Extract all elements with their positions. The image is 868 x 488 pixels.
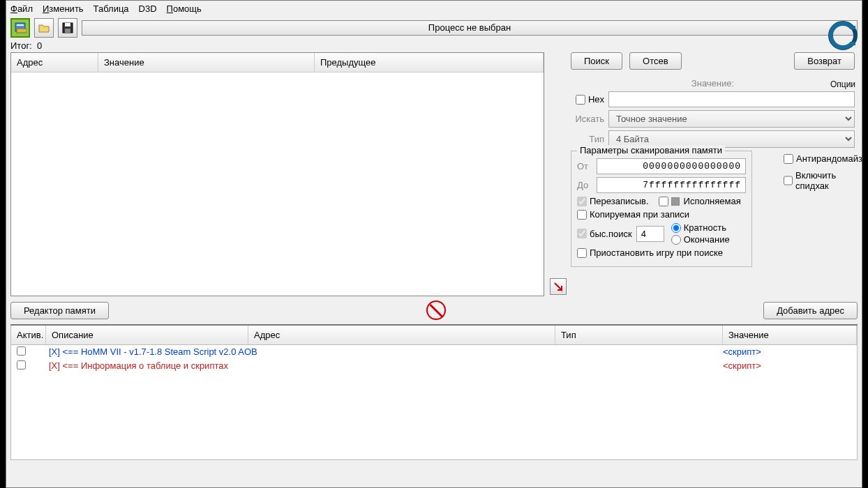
open-button[interactable] [34, 18, 54, 38]
speedhack-checkbox[interactable] [784, 176, 793, 185]
ct-col-active[interactable]: Актив. [11, 326, 46, 344]
menu-file[interactable]: Файл [10, 3, 33, 14]
toolbar: Процесс не выбран [6, 17, 862, 39]
add-to-list-button[interactable] [550, 278, 567, 295]
menu-d3d[interactable]: D3D [139, 3, 157, 14]
row-desc[interactable]: [X] <== HoMM VII - v1.7-1.8 Steam Script… [46, 346, 555, 358]
row-value[interactable]: <скрипт> [723, 346, 857, 358]
result-count: Итог: 0 [6, 39, 862, 52]
table-row[interactable]: [X] <== Информация о таблице и скриптах … [11, 359, 857, 373]
range-stop-input[interactable] [597, 177, 746, 193]
row-active-checkbox[interactable] [17, 360, 26, 369]
process-label: Процесс не выбран [82, 22, 857, 33]
cheatengine-logo-icon [828, 20, 858, 51]
svg-rect-2 [17, 29, 27, 33]
col-value[interactable]: Значение [98, 53, 315, 72]
legend-label: Параметры сканирования памяти [577, 145, 725, 155]
svg-rect-8 [850, 42, 855, 45]
scan-type-select[interactable]: Точное значение [608, 110, 855, 128]
next-scan-button[interactable]: Отсев [629, 52, 682, 70]
copyonwrite-checkbox[interactable] [577, 210, 587, 220]
alignment-radio[interactable] [671, 223, 681, 233]
cheat-table: Актив. Описание Адрес Тип Значение [X] <… [10, 324, 858, 460]
cheat-table-body[interactable]: [X] <== HoMM VII - v1.7-1.8 Steam Script… [10, 345, 858, 460]
results-header: Адрес Значение Предыдущее [11, 53, 544, 73]
menu-table[interactable]: Таблица [93, 3, 129, 14]
value-input[interactable] [608, 91, 855, 107]
add-address-button[interactable]: Добавить адрес [763, 302, 858, 319]
col-address[interactable]: Адрес [11, 53, 98, 72]
row-desc[interactable]: [X] <== Информация о таблице и скриптах [46, 360, 555, 372]
ct-col-value[interactable]: Значение [723, 326, 857, 344]
menubar: Файл Изменить Таблица D3D Помощь [6, 1, 862, 17]
range-start-input[interactable] [597, 158, 746, 174]
menu-help[interactable]: Помощь [167, 3, 202, 14]
first-scan-button[interactable]: Поиск [571, 52, 622, 70]
ct-col-desc[interactable]: Описание [46, 326, 248, 344]
scan-panel: Поиск Отсев Возврат Значение: Hex Искать… [550, 52, 858, 296]
fastscan-input[interactable] [636, 226, 664, 242]
svg-rect-4 [65, 23, 70, 26]
writable-checkbox[interactable] [577, 197, 587, 206]
svg-rect-7 [850, 26, 855, 29]
process-bar: Процесс не выбран [82, 20, 858, 36]
row-value[interactable]: <скрипт> [723, 360, 857, 372]
app-window: Файл Изменить Таблица D3D Помощь Процесс… [6, 0, 862, 488]
row-active-checkbox[interactable] [17, 346, 26, 356]
lastdigits-radio[interactable] [671, 235, 681, 245]
process-select-button[interactable] [10, 18, 30, 38]
cheat-table-header: Актив. Описание Адрес Тип Значение [10, 326, 858, 345]
fastscan-checkbox[interactable] [577, 229, 587, 238]
hex-checkbox[interactable] [576, 95, 585, 105]
col-previous[interactable]: Предыдущее [315, 53, 544, 72]
memory-scan-options: Параметры сканирования памяти От До Пере… [571, 151, 752, 267]
pause-game-checkbox[interactable] [577, 248, 587, 258]
svg-rect-5 [65, 29, 70, 33]
executable-checkbox[interactable] [659, 197, 668, 206]
undo-scan-button[interactable]: Возврат [794, 52, 855, 70]
table-row[interactable]: [X] <== HoMM VII - v1.7-1.8 Steam Script… [11, 345, 857, 359]
svg-rect-1 [17, 24, 24, 26]
memory-view-button[interactable]: Редактор памяти [10, 302, 109, 319]
no-entry-icon[interactable] [426, 300, 446, 320]
ct-col-addr[interactable]: Адрес [248, 326, 555, 344]
menu-edit[interactable]: Изменить [43, 3, 84, 14]
save-button[interactable] [58, 18, 77, 38]
scantype-label: Искать [571, 114, 604, 124]
results-list[interactable]: Адрес Значение Предыдущее [10, 52, 544, 296]
antirandomizer-checkbox[interactable] [784, 154, 793, 164]
valuetype-label: Тип [571, 134, 604, 144]
ct-col-type[interactable]: Тип [555, 326, 723, 344]
value-label: Значение: [691, 78, 734, 89]
